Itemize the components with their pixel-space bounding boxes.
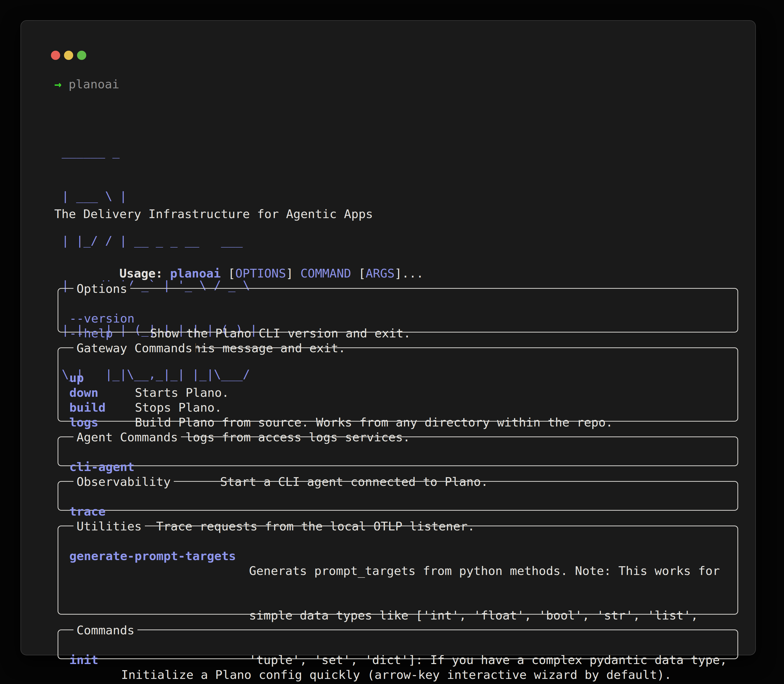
panel-options: Options --version Show the Plano CLI ver… [58, 288, 738, 332]
panel-observability: Observability trace Trace requests from … [58, 481, 738, 511]
usage-label: Usage: [119, 266, 170, 280]
typed-command: planoai [69, 77, 119, 92]
command-name: trace [69, 504, 105, 519]
usage-bracket: ] [395, 266, 402, 280]
option-row: --version Show the Plano CLI version and… [58, 296, 737, 311]
panel-gateway-commands-title: Gateway Commands [73, 341, 195, 356]
panel-observability-title: Observability [73, 474, 174, 489]
command-description: Generats prompt_targets from python meth… [249, 534, 727, 684]
command-row: down Stops Plano. [58, 370, 737, 385]
usage-options: OPTIONS [235, 266, 286, 280]
panel-utilities-title: Utilities [73, 519, 145, 534]
ascii-logo-line: ______ _ [62, 144, 257, 159]
command-row: build Build Plano from source. Works fro… [58, 385, 737, 400]
description-line: simple data types like ['int', 'float', … [249, 608, 727, 623]
command-name: init [69, 653, 98, 667]
option-row: --help Show this message and exit. [58, 311, 737, 326]
usage-args: ARGS [366, 266, 394, 280]
option-flag: --help [69, 326, 113, 341]
description-line: Generats prompt_targets from python meth… [249, 563, 727, 578]
desktop-background: → planoai ______ _ | ___ \ | | |_/ / | _… [0, 0, 784, 684]
panel-commands: Commands init Initialize a Plano config … [58, 629, 738, 659]
usage-ellipsis: ... [402, 266, 424, 280]
panel-gateway-commands: Gateway Commands up Starts Plano. down S… [58, 347, 738, 422]
command-row: trace Trace requests from the local OTLP… [58, 489, 737, 504]
tagline: The Delivery Infrastructure for Agentic … [54, 206, 373, 221]
panel-agent-commands: Agent Commands cli-agent Start a CLI age… [58, 436, 738, 466]
command-description: Build Plano from source. Works from any … [135, 415, 613, 430]
usage-bracket: [ [228, 266, 235, 280]
panel-agent-commands-title: Agent Commands [73, 430, 181, 445]
command-row: init Initialize a Plano config quickly (… [58, 638, 737, 653]
panel-commands-title: Commands [73, 623, 137, 638]
command-row: up Starts Plano. [58, 356, 737, 370]
panel-options-title: Options [73, 281, 130, 296]
command-description: Initialize a Plano config quickly (arrow… [121, 667, 672, 682]
usage-app-name: planoai [170, 266, 228, 280]
usage-bracket: [ [358, 266, 366, 280]
panel-utilities: Utilities generate-prompt-targets Genera… [58, 526, 738, 615]
command-row: cli-agent Start a CLI agent connected to… [58, 445, 737, 460]
ascii-logo-line: | ___ \ | [62, 189, 257, 203]
command-name: logs [69, 415, 98, 430]
command-row: logs Stream logs from access logs servic… [58, 400, 737, 415]
prompt-arrow-icon: → [54, 77, 61, 92]
terminal-window: → planoai ______ _ | ___ \ | | |_/ / | _… [21, 20, 756, 655]
command-name: generate-prompt-targets [69, 548, 236, 563]
option-description: Show the Plano CLI version and exit. [150, 326, 411, 341]
ascii-logo-line: | |_/ / | __ _ _ __ ___ [62, 233, 257, 248]
usage-command: COMMAND [300, 266, 358, 280]
command-name: cli-agent [69, 460, 135, 474]
usage-bracket: ] [286, 266, 300, 280]
terminal-content[interactable]: → planoai ______ _ | ___ \ | | |_/ / | _… [21, 21, 755, 655]
